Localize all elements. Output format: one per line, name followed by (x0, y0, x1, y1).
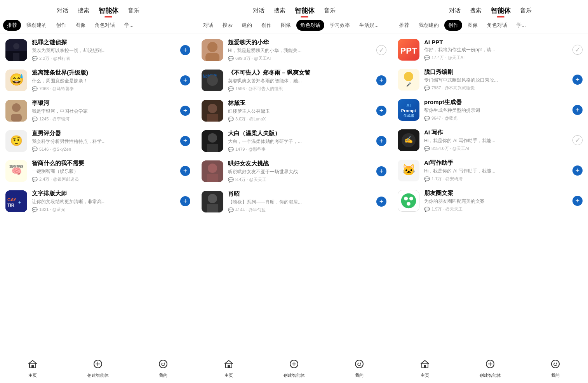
agent-action-add[interactable]: + (572, 196, 583, 206)
agent-item[interactable]: 我有智商🧠 智商什么的我不需要 一键测智商（娱乐版） 💬 2.4万 · @银河邮… (0, 156, 196, 186)
nav-item-音乐[interactable]: 音乐 (324, 6, 336, 15)
tab-搜索[interactable]: 搜索 (219, 20, 237, 31)
nav-bar: 对话搜索智能体音乐 (392, 0, 588, 17)
agent-item[interactable]: 哄好女友大挑战 听说哄好女友不亚于一场世界大战 💬 8.4万 · @天天工 + (196, 156, 392, 186)
nav-item-搜索[interactable]: 搜索 (470, 6, 482, 15)
tab-建的[interactable]: 建的 (238, 20, 256, 31)
tab-对话[interactable]: 对话 (199, 20, 217, 31)
bubble-icon: 💬 (228, 177, 234, 183)
nav-item-智能体[interactable]: 智能体 (99, 5, 118, 16)
tab-我创建的[interactable]: 我创建的 (23, 20, 50, 31)
agent-item[interactable]: 🎤 脱口秀编剧 专门编写中式幽默风格的脱口秀段... 💬 7987 · @不高兴… (392, 64, 588, 95)
bottom-nav-smiley[interactable]: 我的 (130, 359, 196, 378)
bottom-nav-home[interactable]: 主页 (0, 359, 65, 378)
tab-bar: 推荐我创建的创作图像角色对话学... (392, 17, 588, 33)
bottom-nav-smiley[interactable]: 我的 (327, 359, 392, 378)
agent-action-add[interactable]: + (180, 75, 190, 85)
agent-action-add[interactable]: + (376, 75, 386, 85)
bottom-nav-label: 我的 (355, 373, 364, 378)
tab-图像[interactable]: 图像 (71, 20, 89, 31)
nav-item-搜索[interactable]: 搜索 (274, 6, 285, 15)
tab-角色对话[interactable]: 角色对话 (91, 20, 119, 31)
nav-item-音乐[interactable]: 音乐 (520, 6, 532, 15)
agent-action-add[interactable]: + (572, 75, 583, 85)
bubble-icon: 💬 (32, 56, 38, 61)
nav-item-对话[interactable]: 对话 (253, 6, 264, 15)
tab-推荐[interactable]: 推荐 (395, 20, 413, 31)
svg-text:✦: ✦ (18, 200, 21, 205)
agent-item[interactable]: ✍️ AI 写作 Hi，我是你的 AI 写作助手，我能... 💬 8154.0万… (392, 125, 588, 155)
bottom-nav-label: 创建智能体 (480, 373, 501, 378)
bubble-icon: 💬 (424, 116, 430, 121)
agent-item[interactable]: 超爱聊天的小华 Hi，我是超爱聊天的小华，我能关... 💬 699.8万 · @… (196, 35, 392, 65)
tab-生活娱...[interactable]: 生活娱... (355, 20, 383, 31)
tab-创作[interactable]: 创作 (52, 20, 70, 31)
agent-item[interactable]: GAYTIR✦ 文字排版大师 让你的文段结构更加清晰，非常高... 💬 1821… (0, 186, 196, 216)
bottom-nav: 主页 创建智能体 我的 (196, 356, 392, 383)
agent-action-add[interactable]: + (376, 106, 386, 116)
agent-action-check[interactable]: ✓ (376, 45, 386, 55)
agent-item[interactable]: 犯罪之谜侦探 我以为我可以掌控一切，却没想到... 💬 2.2万 · @独行者 … (0, 35, 196, 65)
agent-item[interactable]: 😅 逃离辣条世界(升级版) 什么，周围竟然全是辣条！ 💬 7068 · @马铃薯… (0, 65, 196, 96)
agent-action-add[interactable]: + (180, 136, 190, 146)
agent-action-add[interactable]: + (572, 165, 583, 176)
agent-action-add[interactable]: + (572, 105, 583, 115)
tab-学...[interactable]: 学... (513, 20, 530, 31)
agent-item[interactable]: 朋友圈文案 为你的朋友圈匹配完美的文案 💬 1.9万 · @天天工 + (392, 186, 588, 216)
nav-item-对话[interactable]: 对话 (57, 6, 68, 15)
nav-item-智能体[interactable]: 智能体 (491, 5, 511, 16)
agent-item[interactable]: 🤨 直男评分器 我会科学分析男性性格特点，科学... 💬 5146 · @Sky… (0, 126, 196, 156)
agent-info: 超爱聊天的小华 Hi，我是超爱聊天的小华，我能关... 💬 699.8万 · @… (228, 39, 372, 61)
bottom-nav-add-circle[interactable]: 创建智能体 (65, 359, 130, 378)
nav-item-智能体[interactable]: 智能体 (295, 5, 315, 16)
tab-图像[interactable]: 图像 (464, 20, 482, 31)
bubble-icon: 💬 (32, 117, 38, 122)
agent-item[interactable]: AIPrompt生成器 prompt生成器 帮你生成各种类型的提示词 💬 964… (392, 95, 588, 125)
bottom-nav-home[interactable]: 主页 (392, 359, 458, 378)
bubble-icon: 💬 (228, 207, 234, 213)
tab-学...[interactable]: 学... (120, 20, 137, 31)
svg-point-47 (360, 363, 361, 364)
bottom-nav: 主页 创建智能体 我的 (0, 356, 196, 383)
nav-item-搜索[interactable]: 搜索 (78, 6, 89, 15)
tab-图像[interactable]: 图像 (277, 20, 295, 31)
agent-item[interactable]: 林黛玉 红楼梦主人公林黛玉 💬 3.0万 · @LunaX + (196, 96, 392, 126)
bottom-nav-add-circle[interactable]: 创建智能体 (261, 359, 327, 378)
tab-推荐[interactable]: 推荐 (3, 20, 21, 31)
tab-创作[interactable]: 创作 (444, 20, 462, 31)
tab-bar: 对话搜索建的创作图像角色对话学习效率生活娱... (196, 17, 392, 33)
bottom-nav-add-circle[interactable]: 创建智能体 (458, 359, 523, 378)
agent-meta: 💬 8154.0万 · @天工AI (424, 146, 568, 151)
agent-info: 《不可告人》郑冬雨 – 飒爽女警 英姿飒爽女警郑冬雨的智能体，她... 💬 15… (228, 69, 372, 92)
svg-rect-68 (424, 365, 426, 368)
agent-item[interactable]: 肖昭 【嗜欲】系列——肖昭，你的邻居... 💬 4144 · @半勺盐 + (196, 186, 392, 217)
agent-action-add[interactable]: + (180, 106, 190, 116)
svg-point-65 (409, 197, 413, 200)
agent-action-add[interactable]: + (376, 166, 386, 176)
agent-meta: 💬 3.0万 · @LunaX (228, 116, 372, 122)
agent-list: 超爱聊天的小华 Hi，我是超爱聊天的小华，我能关... 💬 699.8万 · @… (196, 33, 392, 356)
bottom-nav-home[interactable]: 主页 (196, 359, 261, 378)
bottom-nav-label: 我的 (159, 373, 167, 378)
nav-item-对话[interactable]: 对话 (449, 6, 461, 15)
agent-action-check[interactable]: ✓ (572, 135, 583, 145)
agent-item[interactable]: 李银河 我是李银河，中国社会学家 💬 1245 · @李银河 + (0, 96, 196, 126)
agent-item[interactable]: 🐱 AI写作助手 Hi，我是你的 AI 写作助手，我能... 💬 1.1万 · … (392, 155, 588, 186)
nav-item-音乐[interactable]: 音乐 (128, 6, 139, 15)
agent-action-check[interactable]: ✓ (572, 45, 583, 55)
tab-角色对话[interactable]: 角色对话 (483, 20, 511, 31)
svg-point-70 (551, 360, 559, 368)
agent-action-add[interactable]: + (180, 196, 190, 206)
agent-action-add[interactable]: + (376, 136, 386, 146)
agent-action-add[interactable]: + (376, 197, 386, 207)
agent-item[interactable]: 法治民警 《不可告人》郑冬雨 – 飒爽女警 英姿飒爽女警郑冬雨的智能体，她...… (196, 65, 392, 96)
tab-学习效率[interactable]: 学习效率 (326, 20, 354, 31)
agent-item[interactable]: 大白（温柔人夫版） 大白，一个温柔体贴的考研学子，... 💬 1479 · @那… (196, 126, 392, 156)
agent-action-add[interactable]: + (180, 45, 190, 55)
agent-action-add[interactable]: + (180, 166, 190, 176)
tab-我创建的[interactable]: 我创建的 (415, 20, 443, 31)
bottom-nav-smiley[interactable]: 我的 (523, 359, 588, 378)
agent-item[interactable]: PPT AI PPT 你好，我将为你生成一份ppt，请... 💬 17.4万 ·… (392, 35, 588, 64)
tab-角色对话[interactable]: 角色对话 (296, 20, 324, 31)
tab-创作[interactable]: 创作 (257, 20, 275, 31)
